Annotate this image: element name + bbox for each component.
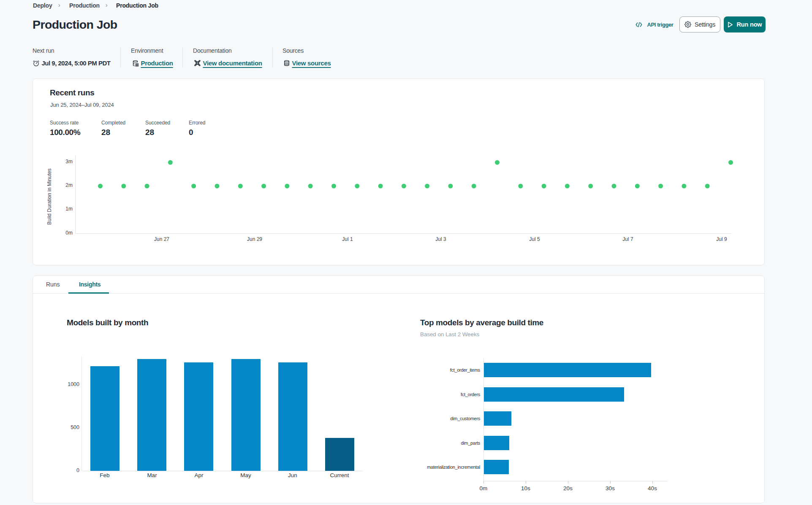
svg-text:Jun 27: Jun 27	[154, 236, 169, 242]
svg-text:40s: 40s	[648, 485, 657, 491]
svg-text:500: 500	[71, 424, 79, 430]
svg-text:3m: 3m	[65, 159, 73, 165]
svg-text:Apr: Apr	[194, 472, 204, 478]
svg-text:Current: Current	[330, 472, 349, 478]
svg-text:fct_orders: fct_orders	[461, 392, 481, 397]
svg-text:Jun 29: Jun 29	[247, 236, 262, 242]
svg-text:Jun: Jun	[288, 472, 297, 478]
svg-text:1000: 1000	[68, 381, 79, 387]
svg-text:Jul 1: Jul 1	[342, 236, 353, 242]
svg-text:fct_order_items: fct_order_items	[450, 367, 481, 373]
svg-text:10s: 10s	[521, 485, 530, 491]
svg-text:20s: 20s	[563, 485, 573, 491]
svg-text:Feb: Feb	[100, 472, 109, 478]
svg-text:0: 0	[76, 467, 79, 473]
svg-text:0m: 0m	[65, 230, 73, 236]
svg-text:Jul 5: Jul 5	[529, 236, 540, 242]
svg-text:0m: 0m	[480, 485, 488, 491]
svg-text:Build Duration in Minutes: Build Duration in Minutes	[46, 168, 52, 224]
svg-text:2m: 2m	[65, 182, 73, 188]
svg-text:materialization_incremental: materialization_incremental	[427, 464, 480, 470]
svg-text:Jul 9: Jul 9	[716, 236, 727, 242]
svg-text:dim_customers: dim_customers	[450, 416, 480, 421]
svg-text:30s: 30s	[606, 485, 615, 491]
svg-text:1m: 1m	[65, 206, 73, 212]
svg-text:Mar: Mar	[147, 472, 157, 478]
svg-text:Jul 7: Jul 7	[622, 236, 633, 242]
svg-text:Jul 3: Jul 3	[435, 236, 446, 242]
svg-text:dim_parts: dim_parts	[461, 440, 480, 446]
svg-text:May: May	[240, 472, 251, 478]
